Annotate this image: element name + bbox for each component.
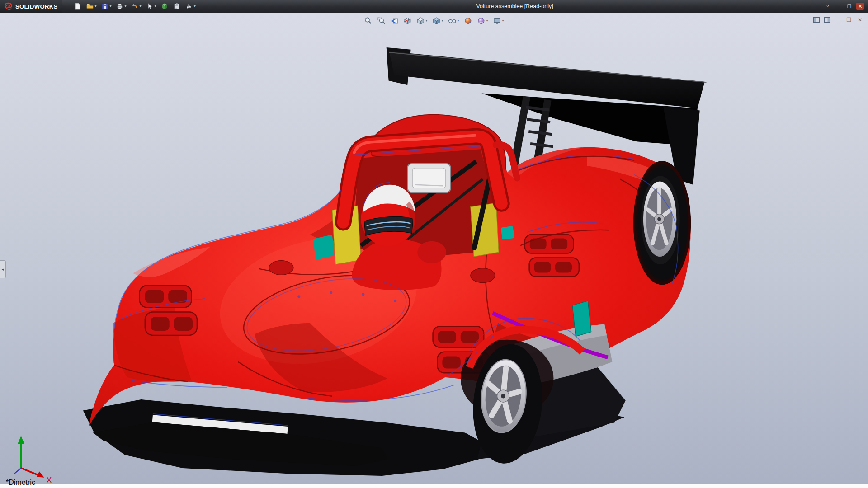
- print-icon: [116, 2, 124, 10]
- dropdown-arrow-icon[interactable]: ▾: [194, 5, 196, 8]
- save-icon: [101, 2, 109, 10]
- hide-show-items-button[interactable]: ▾: [448, 16, 459, 25]
- view-settings-button[interactable]: ▾: [493, 16, 505, 25]
- driver-arm: [417, 241, 446, 263]
- hide-show-items-icon: [448, 17, 456, 25]
- section-view-button[interactable]: [403, 16, 412, 25]
- doc-minimize-button[interactable]: –: [835, 16, 842, 23]
- zoom-to-fit-icon: [364, 17, 372, 25]
- solidworks-window: SOLIDWORKS ▾: [0, 0, 868, 488]
- edit-appearance-icon: [464, 17, 472, 25]
- dropdown-arrow-icon[interactable]: ▾: [441, 19, 443, 23]
- section-view-icon: [403, 17, 411, 25]
- pane-left-button[interactable]: [813, 16, 820, 23]
- save-button[interactable]: ▾: [99, 1, 113, 11]
- options-button[interactable]: ▾: [184, 1, 197, 11]
- app-name: SOLIDWORKS: [15, 3, 58, 10]
- view-orientation-label: *Dimetric: [6, 479, 35, 487]
- dropdown-arrow-icon[interactable]: ▾: [502, 19, 504, 23]
- display-style-icon: [432, 17, 440, 25]
- new-document-icon: [74, 2, 82, 10]
- green-cube-icon: [160, 2, 169, 10]
- dropdown-arrow-icon[interactable]: ▾: [110, 5, 112, 8]
- dropdown-arrow-icon[interactable]: ▾: [125, 5, 127, 8]
- window-controls: ? – ❐ ✕: [824, 3, 868, 10]
- open-button[interactable]: ▾: [85, 1, 98, 11]
- pane-left-icon: [813, 17, 820, 23]
- close-button[interactable]: ✕: [856, 3, 864, 10]
- display-style-button[interactable]: ▾: [432, 16, 443, 25]
- teal-side-window: [572, 301, 591, 336]
- view-settings-icon: [493, 17, 501, 25]
- x-axis-label: X: [47, 475, 52, 484]
- teal-panel-left: [313, 235, 335, 260]
- dropdown-arrow-icon[interactable]: ▾: [140, 5, 142, 8]
- collapse-arrow-icon: ◂: [2, 267, 4, 272]
- mirror-right: [471, 268, 495, 283]
- document-title: Voiture assemblee [Read-only]: [476, 3, 553, 9]
- print-button[interactable]: ▾: [114, 1, 128, 11]
- zoom-to-area-button[interactable]: [377, 16, 386, 25]
- dropdown-arrow-icon[interactable]: ▾: [95, 5, 97, 8]
- new-document-button[interactable]: [72, 1, 83, 11]
- minimize-button[interactable]: –: [835, 3, 842, 10]
- apply-scene-button[interactable]: ▾: [477, 16, 489, 25]
- solidworks-logo-icon: [4, 2, 13, 11]
- view-orientation-button[interactable]: ▾: [416, 16, 428, 25]
- document-window-controls: – ❐ ✕: [813, 16, 863, 23]
- apply-scene-icon: [477, 17, 486, 25]
- pane-right-button[interactable]: [824, 16, 831, 23]
- bottom-strip: [0, 484, 868, 488]
- dropdown-arrow-icon[interactable]: ▾: [425, 19, 427, 23]
- help-button[interactable]: ?: [824, 3, 831, 10]
- undo-icon: [131, 2, 139, 10]
- mirror-left: [269, 261, 293, 275]
- viewport-canvas[interactable]: X: [0, 13, 868, 488]
- select-cursor-icon: [146, 2, 154, 10]
- dropdown-arrow-icon[interactable]: ▾: [155, 5, 156, 8]
- previous-view-button[interactable]: [390, 16, 399, 25]
- teal-panel-right: [501, 226, 514, 239]
- main-toolbar: ▾ ▾ ▾: [72, 1, 197, 11]
- graphics-area[interactable]: X: [0, 13, 868, 488]
- zoom-to-area-icon: [377, 17, 385, 25]
- clipboard-icon: [173, 2, 181, 10]
- select-button[interactable]: ▾: [144, 1, 158, 11]
- edit-appearance-button[interactable]: [464, 16, 473, 25]
- undo-button[interactable]: ▾: [129, 1, 143, 11]
- green-cube-button[interactable]: [159, 1, 170, 11]
- intake-box: [407, 164, 451, 192]
- featuremanager-collapse-tab[interactable]: ◂: [0, 260, 6, 278]
- doc-close-button[interactable]: ✕: [856, 16, 863, 23]
- zoom-to-fit-button[interactable]: [363, 16, 373, 25]
- heads-up-view-toolbar: ▾ ▾ ▾: [363, 16, 504, 25]
- titlebar: SOLIDWORKS ▾: [0, 0, 868, 13]
- restore-button[interactable]: ❐: [845, 3, 853, 10]
- open-icon: [86, 2, 94, 10]
- dropdown-arrow-icon[interactable]: ▾: [486, 19, 488, 23]
- doc-restore-button[interactable]: ❐: [845, 16, 853, 23]
- pane-right-icon: [824, 17, 830, 23]
- previous-view-icon: [390, 17, 398, 25]
- view-orientation-icon: [416, 17, 425, 25]
- clipboard-button[interactable]: [171, 1, 182, 11]
- solidworks-logo: SOLIDWORKS: [0, 0, 62, 13]
- options-icon: [185, 2, 193, 10]
- dropdown-arrow-icon[interactable]: ▾: [457, 19, 459, 23]
